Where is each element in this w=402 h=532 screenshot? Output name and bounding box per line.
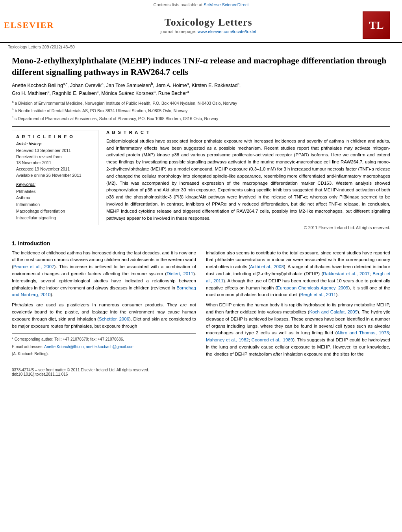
introduction-section: 1. Introduction The incidence of childho… [12, 236, 390, 361]
abstract-text: Epidemiological studies have associated … [106, 138, 390, 222]
article-info-abstract: A R T I C L E I N F O Article history: R… [12, 130, 390, 230]
email-label: E-mail addresses: [12, 345, 43, 349]
journal-title-center: Toxicology Letters journal homepage: www… [54, 17, 363, 34]
keyword-macrophage: Macrophage differentiation [16, 208, 94, 215]
schettler-ref[interactable]: Schettler, 2006 [99, 317, 129, 321]
copyright: © 2011 Elsevier Ireland Ltd. All rights … [106, 225, 390, 230]
citation-line: Toxicology Letters 209 (2012) 43–50 [0, 43, 402, 51]
authors-text: Anette Kocbach Bøllinga,*, Johan Ovrevik… [12, 83, 241, 88]
citation-text: Toxicology Letters 209 (2012) 43–50 [8, 44, 75, 49]
adibi-ref[interactable]: Adibi et al., 2008 [250, 264, 284, 269]
sciverse-link[interactable]: SciVerse ScienceDirect [204, 2, 248, 7]
footnote-section: * Corresponding author. Tel.: +47 210766… [12, 334, 196, 357]
intro-heading: 1. Introduction [12, 240, 390, 247]
elsevier-logo: ELSEVIER [4, 20, 54, 30]
contents-label: Contents lists available at [153, 2, 202, 7]
affiliation-b: b b Nordic Institute of Dental Materials… [12, 107, 390, 114]
header-divider [12, 126, 390, 127]
right-column: A B S T R A C T Epidemiological studies … [106, 130, 390, 230]
journal-homepage: journal homepage: www.elsevier.com/locat… [54, 29, 363, 34]
journal-logo-letters: TL [369, 20, 383, 31]
issn-text: 0378-4274/$ – see front matter © 2011 El… [12, 368, 149, 372]
affiliation-a: a a Division of Environmental Medicine, … [12, 100, 390, 106]
footnote-email: E-mail addresses: Anette.Kobach@fhi.no, … [12, 344, 196, 350]
journal-title: Toxicology Letters [54, 17, 363, 28]
abstract-title: A B S T R A C T [106, 130, 390, 135]
keyword-asthma: Asthma [16, 195, 94, 201]
rakkestad-ref[interactable]: Rakkestad et al., 2007 [323, 271, 369, 276]
intro-para2: Phthalates are used as plasticizers in n… [12, 302, 196, 330]
european-ref[interactable]: European Chemicals Agency, 2009 [277, 285, 348, 290]
history-label: Article history: [16, 141, 94, 146]
article-info-box: A R T I C L E I N F O Article history: R… [12, 130, 98, 226]
bottom-info: 0378-4274/$ – see front matter © 2011 El… [12, 366, 390, 376]
affiliation-c: c c Department of Pharmaceutical Bioscie… [12, 115, 390, 122]
intro-para3: inhalation also seems to contribute to t… [206, 250, 390, 299]
journal-header: ELSEVIER Toxicology Letters journal home… [0, 8, 402, 43]
accepted-date: Accepted 19 November 2011 [16, 166, 94, 172]
revised-label: Received in revised form [16, 154, 94, 160]
left-column: A R T I C L E I N F O Article history: R… [12, 130, 98, 230]
bergh-ref2[interactable]: Bergh et al., 2011 [300, 292, 336, 297]
intro-col2: inhalation also seems to contribute to t… [206, 250, 390, 361]
pearce-ref[interactable]: Pearce et al., 2007 [13, 264, 54, 269]
page: Contents lists available at SciVerse Sci… [0, 0, 402, 384]
mahoney-ref[interactable]: Mahoney et al., 1982 [206, 337, 249, 342]
footnote-corresponding: * Corresponding author. Tel.: +47 210766… [12, 336, 196, 343]
coonrod-ref[interactable]: Coonrod et al., 1989 [252, 337, 293, 342]
koch-ref[interactable]: Koch and Calafat, 2009 [309, 310, 358, 314]
keyword-inflammation: Inflammation [16, 201, 94, 208]
keyword-intracellular: Intracellular signalling [16, 215, 94, 221]
intro-para1: The incidence of childhood asthma has in… [12, 250, 196, 299]
abstract-section: A B S T R A C T Epidemiological studies … [106, 130, 390, 230]
authors-text-2: Gro H. Mathisenc, Ragnhild E. Paulsenc, … [12, 91, 189, 96]
intro-col1: The incidence of childhood asthma has in… [12, 250, 196, 361]
affiliations: a a Division of Environmental Medicine, … [12, 100, 390, 122]
keyword-phthalates: Phthalates [16, 188, 94, 195]
revised-date: 18 November 2011 [16, 160, 94, 166]
authors: Anette Kocbach Bøllinga,*, Johan Ovrevik… [12, 82, 390, 97]
available-online: Available online 26 November 2011 [16, 172, 94, 179]
article-info-title: A R T I C L E I N F O [16, 134, 94, 139]
albro-ref[interactable]: Albro and Thomas, 1973 [337, 330, 389, 335]
top-banner: Contents lists available at SciVerse Sci… [0, 0, 402, 8]
elsevier-wordmark: ELSEVIER [4, 20, 54, 30]
main-content: Mono-2-ethylhexylphthalate (MEHP) induce… [0, 51, 402, 384]
received-date: Received 13 September 2011 [16, 148, 94, 154]
article-title: Mono-2-ethylhexylphthalate (MEHP) induce… [12, 55, 390, 78]
keywords-label: Keywords: [16, 182, 94, 187]
intro-para4: When DEHP enters the human body it is ra… [206, 302, 390, 358]
doi-text: doi:10.1016/j.toxlet.2011.11.016 [12, 372, 68, 376]
email-link[interactable]: Anette.Kobach@fhi.no, anette.kocbach@gma… [44, 345, 134, 349]
footnote-name: (A. Kocbach Bølling). [12, 351, 196, 357]
bornehag-ref[interactable]: Bornehag and Nanberg, 2010 [12, 285, 196, 297]
dietert-ref[interactable]: Dietert, 2011 [167, 271, 193, 276]
homepage-label: journal homepage: [160, 29, 196, 34]
intro-body: The incidence of childhood asthma has in… [12, 250, 390, 361]
journal-logo: TL [363, 11, 390, 39]
homepage-url[interactable]: www.elsevier.com/locate/toxlet [198, 29, 256, 34]
